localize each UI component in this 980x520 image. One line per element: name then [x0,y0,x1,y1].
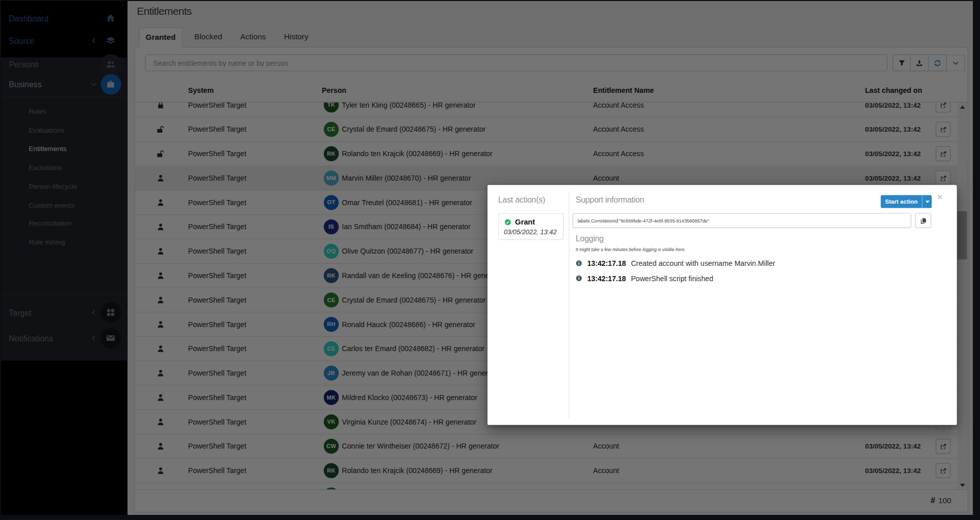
start-action-button[interactable]: Start action [880,195,932,208]
app-stage: PersonsBusinessRulesEvaluationsEntitleme… [0,0,980,520]
log-time: 13:42:17.18 [587,259,626,267]
window-border-top [0,0,980,1]
caret-down-icon [925,201,929,203]
popup-divider [569,191,569,419]
window-border-left [0,0,1,520]
check-circle-icon [504,218,511,225]
log-entry: 13:42:17.18Created account with username… [576,259,775,267]
last-actions-title: Last action(s) [498,195,545,204]
last-action-card: Grant 03/05/2022, 13:42 [498,213,564,240]
window-border-bottom [0,515,980,520]
start-action-label[interactable]: Start action [880,195,922,208]
action-details-popup: Last action(s) Grant 03/05/2022, 13:42 S… [487,185,957,425]
copy-icon [920,217,926,224]
action-date: 03/05/2022, 13:42 [504,228,558,236]
close-icon[interactable]: × [937,192,943,203]
info-circle-icon [576,275,582,282]
log-message: PowerShell script finished [631,275,713,282]
window-border-right [973,0,980,520]
log-time: 13:42:17.18 [587,275,626,282]
correlation-id-input[interactable] [573,213,912,228]
logging-title: Logging [576,234,604,243]
start-action-dropdown[interactable] [922,195,932,208]
action-name: Grant [515,217,535,226]
logging-note: It might take a few minutes before loggi… [576,247,685,252]
copy-button[interactable] [915,213,932,228]
info-circle-icon [576,260,582,266]
log-message: Created account with username Marvin.Mil… [631,259,775,267]
log-entry: 13:42:17.18PowerShell script finished [576,275,714,282]
support-information-title: Support information [576,195,644,204]
